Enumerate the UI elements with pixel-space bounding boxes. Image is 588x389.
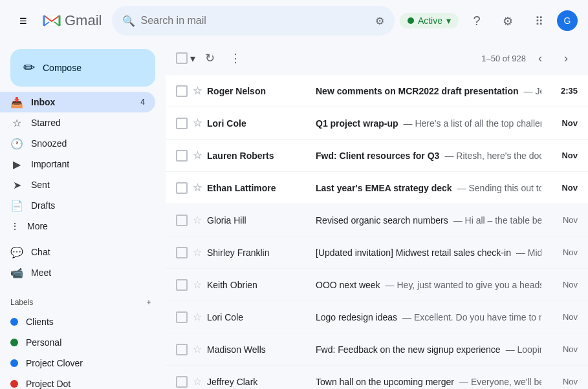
sidebar-item-sent[interactable]: ➤ Sent bbox=[0, 174, 155, 195]
label-project-clover-label: Project Clover bbox=[26, 358, 83, 368]
search-bar[interactable] bbox=[112, 6, 394, 36]
drafts-icon: 📄 bbox=[10, 199, 23, 212]
select-dropdown-icon[interactable]: ▾ bbox=[190, 52, 195, 65]
sidebar-item-chat-label: Chat bbox=[31, 247, 50, 257]
star-icon[interactable]: ☆ bbox=[193, 214, 202, 226]
avatar[interactable]: G bbox=[557, 10, 578, 31]
inbox-badge: 4 bbox=[140, 98, 145, 107]
sidebar-item-chat[interactable]: 💬 Chat bbox=[0, 242, 155, 262]
search-options-icon[interactable] bbox=[375, 15, 384, 27]
settings-icon bbox=[503, 14, 513, 28]
active-status-badge[interactable]: Active ▾ bbox=[400, 13, 459, 28]
email-row[interactable]: ☆ Shirley Franklin [Updated invitation] … bbox=[166, 237, 588, 269]
refresh-icon: ↻ bbox=[205, 51, 215, 65]
label-personal-label: Personal bbox=[26, 337, 61, 348]
label-clients[interactable]: Clients bbox=[0, 311, 155, 332]
email-checkbox[interactable] bbox=[176, 376, 188, 388]
email-time: Nov bbox=[547, 118, 578, 128]
email-subject: Q1 project wrap-up bbox=[316, 118, 398, 129]
apps-button[interactable] bbox=[526, 8, 552, 34]
compose-icon: ✏ bbox=[23, 59, 35, 76]
email-checkbox[interactable] bbox=[176, 247, 188, 258]
email-row[interactable]: ☆ Madison Wells Fwd: Feedback on the new… bbox=[166, 333, 588, 366]
gmail-logo: Gmail bbox=[41, 10, 102, 31]
email-row[interactable]: ☆ Keith Obrien OOO next week — Hey, just… bbox=[166, 269, 588, 301]
email-snippet: — Jessica Dow said What ab... bbox=[524, 86, 541, 96]
menu-button[interactable] bbox=[10, 8, 36, 34]
sidebar-item-starred[interactable]: ☆ Starred bbox=[0, 112, 155, 133]
more-options-button[interactable]: ⋮ bbox=[224, 47, 247, 70]
refresh-button[interactable]: ↻ bbox=[198, 47, 221, 70]
prev-page-button[interactable]: ‹ bbox=[528, 47, 552, 70]
sidebar-item-snoozed-label: Snoozed bbox=[31, 138, 67, 149]
sidebar: ✏ Compose 📥 Inbox 4 ☆ Starred 🕐 Snoozed … bbox=[0, 41, 166, 389]
star-icon[interactable]: ☆ bbox=[193, 117, 202, 129]
email-checkbox[interactable] bbox=[176, 344, 188, 355]
email-checkbox[interactable] bbox=[176, 150, 188, 162]
next-page-button[interactable]: › bbox=[554, 47, 578, 70]
email-body: Logo redesign ideas — Excellent. Do you … bbox=[316, 312, 541, 322]
label-personal[interactable]: Personal bbox=[0, 332, 155, 353]
help-icon: ? bbox=[473, 14, 480, 28]
star-icon[interactable]: ☆ bbox=[193, 182, 202, 194]
email-checkbox[interactable] bbox=[176, 182, 188, 194]
email-sender: Jeffrey Clark bbox=[207, 377, 310, 387]
sidebar-item-drafts-label: Drafts bbox=[31, 200, 55, 211]
sidebar-item-snoozed[interactable]: 🕐 Snoozed bbox=[0, 133, 155, 154]
meet-icon: 📹 bbox=[10, 266, 23, 279]
label-project-dot[interactable]: Project Dot bbox=[0, 373, 155, 389]
add-label-button[interactable]: + bbox=[142, 296, 155, 309]
email-snippet: — Hey, just wanted to give you a heads-u… bbox=[386, 280, 541, 290]
email-sender: Gloria Hill bbox=[207, 215, 310, 226]
email-checkbox[interactable] bbox=[176, 215, 188, 226]
star-icon[interactable]: ☆ bbox=[193, 343, 202, 355]
star-icon[interactable]: ☆ bbox=[193, 246, 202, 258]
email-snippet: — Sending this out to anyone who missed … bbox=[457, 183, 541, 193]
email-snippet: — Here's a list of all the top challenge… bbox=[404, 118, 541, 129]
sidebar-item-meet[interactable]: 📹 Meet bbox=[0, 262, 155, 283]
star-icon[interactable]: ☆ bbox=[193, 279, 202, 291]
email-checkbox[interactable] bbox=[176, 311, 188, 323]
compose-label: Compose bbox=[43, 63, 82, 73]
search-icon[interactable] bbox=[122, 15, 135, 27]
search-input[interactable] bbox=[140, 15, 369, 26]
star-icon[interactable]: ☆ bbox=[193, 311, 202, 323]
label-project-clover[interactable]: Project Clover bbox=[0, 353, 155, 373]
email-subject: OOO next week bbox=[316, 280, 380, 290]
email-checkbox[interactable] bbox=[176, 279, 188, 291]
email-row[interactable]: ☆ Ethan Lattimore Last year's EMEA strat… bbox=[166, 172, 588, 204]
help-button[interactable]: ? bbox=[464, 8, 490, 34]
email-sender: Roger Nelson bbox=[207, 86, 310, 96]
email-row[interactable]: ☆ Lauren Roberts Fwd: Client resources f… bbox=[166, 140, 588, 172]
email-row[interactable]: ☆ Gloria Hill Revised organic search num… bbox=[166, 204, 588, 237]
email-subject: [Updated invitation] Midwest retail sale… bbox=[316, 247, 511, 258]
compose-button[interactable]: ✏ Compose bbox=[10, 49, 155, 87]
label-clients-label: Clients bbox=[26, 317, 54, 327]
email-checkbox[interactable] bbox=[176, 85, 188, 97]
labels-title: Labels bbox=[10, 298, 33, 307]
project-clover-dot bbox=[10, 359, 18, 367]
email-row[interactable]: ☆ Lori Cole Logo redesign ideas — Excell… bbox=[166, 301, 588, 333]
email-checkbox[interactable] bbox=[176, 118, 188, 129]
starred-icon: ☆ bbox=[10, 116, 23, 129]
star-icon[interactable]: ☆ bbox=[193, 375, 202, 388]
email-row[interactable]: ☆ Jeffrey Clark Town hall on the upcomin… bbox=[166, 366, 588, 389]
sidebar-item-more[interactable]: ⋮ More bbox=[0, 216, 166, 237]
app-name: Gmail bbox=[65, 12, 102, 29]
topbar-right: Active ▾ ? G bbox=[400, 8, 578, 34]
star-icon[interactable]: ☆ bbox=[193, 85, 202, 97]
select-all-checkbox[interactable] bbox=[176, 52, 188, 64]
sidebar-item-drafts[interactable]: 📄 Drafts bbox=[0, 195, 155, 216]
gmail-g-icon bbox=[41, 10, 62, 31]
email-sender: Shirley Franklin bbox=[207, 247, 310, 258]
star-icon[interactable]: ☆ bbox=[193, 149, 202, 162]
email-row[interactable]: ☆ Roger Nelson New comments on MCR2022 d… bbox=[166, 75, 588, 107]
email-snippet: — Looping in Annika. The feedba... bbox=[506, 344, 541, 355]
sidebar-item-inbox[interactable]: 📥 Inbox 4 bbox=[0, 92, 155, 112]
email-subject: Fwd: Client resources for Q3 bbox=[316, 151, 439, 161]
sidebar-item-important[interactable]: ▶ Important bbox=[0, 154, 155, 174]
email-time: Nov bbox=[547, 312, 578, 322]
email-row[interactable]: ☆ Lori Cole Q1 project wrap-up — Here's … bbox=[166, 107, 588, 140]
settings-button[interactable] bbox=[495, 8, 521, 34]
sidebar-item-sent-label: Sent bbox=[31, 180, 50, 190]
